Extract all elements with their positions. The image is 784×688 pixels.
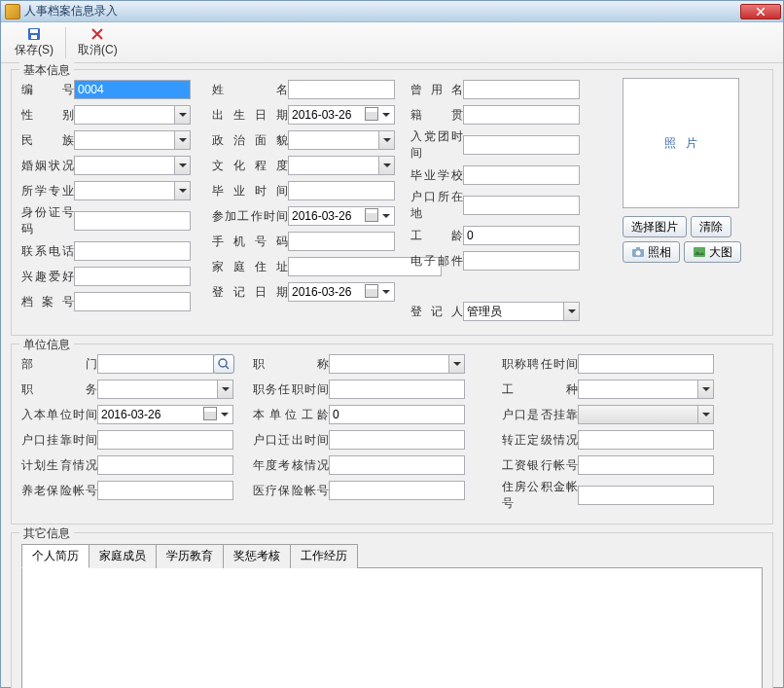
ethnicity-combo[interactable] — [74, 130, 191, 150]
chevron-down-icon[interactable] — [563, 303, 579, 320]
tab-content[interactable] — [21, 568, 763, 688]
formername-input[interactable] — [463, 80, 580, 99]
lbl-ethnicity: 民 族 — [21, 132, 74, 149]
chevron-down-icon[interactable] — [174, 131, 190, 149]
lbl-hujiattach: 户口是否挂靠 — [502, 407, 578, 423]
take-photo-button[interactable]: 照相 — [623, 241, 680, 263]
name-input[interactable] — [288, 80, 395, 99]
tab-resume[interactable]: 个人简历 — [21, 544, 89, 568]
idcard-input[interactable] — [74, 211, 191, 231]
titledate-input[interactable] — [578, 354, 714, 374]
svg-rect-6 — [694, 247, 705, 257]
lbl-titledate: 职称聘任时间 — [502, 356, 578, 373]
medical-input[interactable] — [329, 481, 465, 500]
huji-input[interactable] — [463, 196, 580, 215]
photo-placeholder: 照片 — [623, 78, 739, 208]
hujiattach-combo[interactable] — [578, 405, 714, 424]
seniority-input[interactable] — [463, 226, 580, 245]
lbl-familyplan: 计划生育情况 — [21, 457, 97, 474]
svg-rect-1 — [30, 29, 38, 33]
code-input[interactable] — [74, 80, 191, 99]
tab-workexp[interactable]: 工作经历 — [290, 544, 358, 568]
chevron-down-icon[interactable] — [174, 157, 190, 174]
salarybank-input[interactable] — [578, 455, 714, 475]
lbl-email: 电子邮件 — [410, 253, 463, 270]
chevron-down-icon[interactable] — [378, 207, 394, 225]
chevron-down-icon[interactable] — [174, 182, 190, 199]
chevron-down-icon[interactable] — [378, 131, 394, 149]
annual-input[interactable] — [329, 455, 465, 475]
cancel-button[interactable]: 取消(C) — [70, 24, 125, 60]
close-button[interactable] — [740, 4, 781, 19]
regular-input[interactable] — [578, 430, 714, 450]
chevron-down-icon[interactable] — [217, 406, 232, 423]
hujitime-input[interactable] — [97, 430, 233, 450]
lbl-title: 职 称 — [253, 356, 329, 373]
mobile-input[interactable] — [288, 232, 395, 251]
hujiout-input[interactable] — [329, 430, 465, 450]
cancel-icon — [89, 26, 105, 42]
app-icon — [5, 4, 20, 19]
dept-input[interactable] — [97, 354, 214, 374]
lbl-regdate: 登记日期 — [212, 284, 288, 301]
partytime-input[interactable] — [463, 135, 580, 155]
chevron-down-icon[interactable] — [448, 355, 464, 373]
lbl-name: 姓 名 — [212, 82, 288, 98]
fileno-input[interactable] — [74, 292, 191, 311]
pension-input[interactable] — [97, 481, 233, 500]
lbl-birth: 出生日期 — [212, 107, 288, 124]
gradschool-input[interactable] — [463, 165, 580, 185]
lbl-gradtime: 毕业时间 — [212, 183, 288, 199]
save-button[interactable]: 保存(S) — [7, 24, 61, 60]
origin-input[interactable] — [463, 105, 580, 125]
camera-icon — [631, 245, 645, 259]
hobby-input[interactable] — [74, 267, 191, 286]
phone-input[interactable] — [74, 241, 191, 261]
title-combo[interactable] — [329, 354, 465, 374]
worktype-combo[interactable] — [578, 380, 714, 399]
chevron-down-icon[interactable] — [697, 406, 713, 423]
chevron-down-icon[interactable] — [174, 106, 190, 124]
calendar-icon[interactable] — [365, 208, 378, 222]
chevron-down-icon[interactable] — [378, 106, 394, 124]
big-image-button[interactable]: 大图 — [684, 241, 741, 263]
lbl-seniority: 工 龄 — [410, 228, 463, 244]
calendar-icon[interactable] — [203, 407, 217, 420]
registrar-combo[interactable] — [463, 302, 580, 321]
lbl-medical: 医疗保险帐号 — [253, 483, 329, 499]
lbl-duty: 职 务 — [21, 381, 97, 398]
clear-image-button[interactable]: 清除 — [691, 216, 731, 237]
tab-education[interactable]: 学历教育 — [156, 544, 224, 568]
email-input[interactable] — [463, 251, 580, 271]
lbl-dept: 部 门 — [21, 356, 97, 373]
tab-family[interactable]: 家庭成员 — [89, 544, 157, 568]
search-icon — [217, 357, 231, 371]
title-bar[interactable]: 人事档案信息录入 — [1, 1, 783, 22]
house-input[interactable] — [578, 486, 714, 505]
select-image-button[interactable]: 选择图片 — [623, 216, 687, 237]
duty-combo[interactable] — [97, 380, 233, 399]
lbl-hujitime: 户口挂靠时间 — [21, 432, 97, 449]
unit-info-group: 单位信息 部 门 职 务 入本单位时间 户口挂靠时间 计划生育情况 养老保险帐号… — [11, 344, 773, 525]
major-combo[interactable] — [74, 181, 191, 200]
save-icon — [26, 26, 42, 42]
lbl-code: 编 号 — [21, 82, 74, 98]
familyplan-input[interactable] — [97, 455, 233, 475]
lbl-idcard: 身份证号码 — [21, 204, 74, 237]
lbl-hobby: 兴趣爱好 — [21, 269, 74, 285]
dept-search-button[interactable] — [213, 354, 234, 374]
marriage-combo[interactable] — [74, 156, 191, 175]
lbl-regular: 转正定级情况 — [502, 432, 578, 449]
gender-combo[interactable] — [74, 105, 191, 125]
calendar-icon[interactable] — [365, 107, 378, 121]
tab-reward[interactable]: 奖惩考核 — [223, 544, 291, 568]
chevron-down-icon[interactable] — [697, 380, 713, 398]
lbl-gender: 性 别 — [21, 107, 74, 124]
dutydate-input[interactable] — [329, 380, 465, 399]
gradtime-input[interactable] — [288, 181, 395, 200]
chevron-down-icon[interactable] — [217, 380, 232, 398]
hereyears-input[interactable] — [329, 405, 465, 424]
chevron-down-icon[interactable] — [378, 283, 394, 301]
calendar-icon[interactable] — [365, 284, 378, 298]
chevron-down-icon[interactable] — [378, 157, 394, 174]
